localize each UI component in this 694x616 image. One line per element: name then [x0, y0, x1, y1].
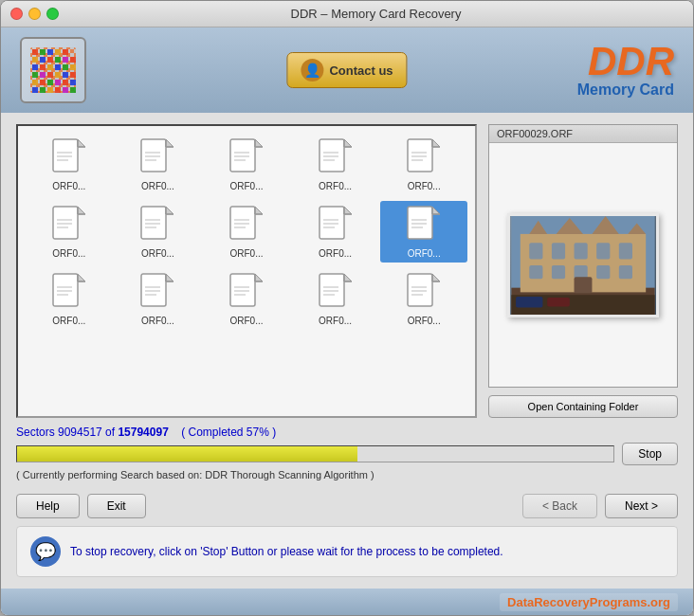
file-item[interactable]: ORF0... [380, 201, 467, 263]
file-icon [228, 205, 265, 246]
svg-rect-53 [230, 139, 255, 172]
svg-rect-74 [53, 207, 78, 239]
file-icon [139, 272, 175, 314]
file-icon [318, 137, 354, 179]
file-grid-container[interactable]: ORF0... ORF0... [16, 124, 477, 418]
file-item[interactable]: ORF0... [380, 268, 467, 330]
svg-marker-40 [78, 139, 85, 147]
contact-icon: 👤 [301, 59, 323, 82]
file-label: ORF0... [229, 248, 263, 259]
completed-text: ( Completed 57% ) [181, 426, 276, 439]
main-window: DDR – Memory Card Recovery [0, 0, 694, 616]
close-button[interactable] [10, 8, 23, 20]
file-item[interactable]: ORF0... [380, 134, 467, 195]
svg-rect-6 [47, 49, 53, 55]
svg-rect-13 [63, 57, 68, 63]
stop-button[interactable]: Stop [622, 443, 678, 465]
window-title: DDR – Memory Card Recovery [68, 7, 684, 21]
file-item[interactable]: ORF0... [203, 268, 290, 330]
svg-rect-8 [63, 49, 68, 55]
svg-rect-95 [320, 207, 344, 239]
svg-rect-46 [141, 139, 166, 172]
file-item[interactable]: ORF0... [292, 201, 379, 263]
file-item[interactable]: ORF0... [203, 134, 290, 195]
contact-label: Contact us [329, 63, 393, 78]
file-icon [228, 137, 265, 179]
file-item[interactable]: ORF0... [115, 268, 202, 330]
footer-brand: DataRecoveryPrograms.org [500, 593, 678, 611]
svg-marker-68 [432, 139, 440, 147]
svg-marker-82 [166, 207, 174, 214]
svg-rect-21 [32, 72, 38, 78]
preview-image-area [489, 143, 677, 387]
logo-icon [28, 45, 78, 95]
svg-rect-161 [575, 277, 593, 293]
file-item[interactable]: ORF0... [26, 268, 113, 330]
file-item[interactable]: ORF0... [26, 201, 113, 263]
file-icon [139, 205, 175, 246]
content-row: ORF0... ORF0... [16, 124, 678, 418]
svg-rect-102 [408, 207, 432, 239]
svg-rect-15 [32, 64, 38, 70]
svg-rect-60 [320, 139, 344, 172]
svg-rect-33 [32, 87, 38, 93]
brand-area: DDR Memory Card [577, 42, 674, 99]
traffic-lights [10, 8, 59, 20]
file-label: ORF0... [52, 248, 85, 259]
bottom-buttons: Help Exit < Back Next > [16, 494, 678, 518]
file-item[interactable]: ORF0... [115, 201, 202, 263]
exit-button[interactable]: Exit [87, 494, 146, 518]
preview-panel: ORF00029.ORF [488, 124, 678, 418]
file-label: ORF0... [319, 316, 352, 326]
svg-marker-47 [166, 139, 174, 147]
sectors-text: Sectors 9094517 of 15794097 ( Completed … [16, 426, 678, 439]
svg-marker-124 [255, 274, 263, 281]
help-button[interactable]: Help [16, 494, 80, 518]
file-label: ORF0... [229, 316, 263, 326]
file-label: ORF0... [408, 248, 441, 259]
svg-marker-89 [255, 207, 263, 214]
svg-rect-163 [516, 297, 542, 307]
file-grid: ORF0... ORF0... [26, 134, 467, 330]
svg-rect-156 [529, 265, 542, 279]
svg-rect-155 [619, 243, 632, 259]
file-icon [228, 272, 265, 314]
svg-rect-16 [40, 64, 46, 70]
file-item[interactable]: ORF0... [26, 134, 113, 195]
svg-rect-10 [40, 57, 46, 63]
svg-rect-137 [408, 274, 432, 306]
file-label: ORF0... [408, 181, 441, 191]
svg-rect-109 [53, 274, 78, 306]
svg-marker-96 [344, 207, 352, 214]
svg-rect-27 [32, 80, 38, 85]
svg-rect-17 [47, 64, 53, 70]
preview-title: ORF00029.ORF [489, 125, 677, 143]
file-item[interactable]: ORF0... [292, 134, 379, 195]
next-button[interactable]: Next > [605, 494, 678, 518]
file-item[interactable]: ORF0... [292, 268, 379, 330]
svg-rect-5 [40, 49, 46, 55]
svg-rect-158 [575, 265, 588, 279]
svg-rect-31 [63, 80, 68, 85]
contact-button[interactable]: 👤 Contact us [286, 52, 407, 88]
file-item[interactable]: ORF0... [203, 201, 290, 263]
maximize-button[interactable] [46, 8, 59, 20]
footer: DataRecoveryPrograms.org [1, 589, 693, 615]
svg-rect-25 [63, 72, 68, 78]
file-item[interactable]: ORF0... [115, 134, 202, 195]
svg-rect-152 [552, 243, 565, 259]
svg-rect-20 [70, 64, 76, 70]
svg-marker-103 [432, 207, 440, 214]
svg-rect-160 [619, 265, 632, 279]
file-icon [51, 205, 87, 246]
back-button[interactable]: < Back [522, 494, 597, 518]
svg-rect-164 [547, 298, 570, 306]
open-containing-folder-button[interactable]: Open Containing Folder [488, 395, 678, 418]
progress-area: Sectors 9094517 of 15794097 ( Completed … [16, 426, 678, 486]
svg-rect-157 [552, 265, 565, 279]
minimize-button[interactable] [28, 8, 41, 20]
svg-rect-22 [40, 72, 46, 78]
svg-rect-34 [40, 87, 46, 93]
file-icon [406, 137, 442, 179]
svg-rect-67 [408, 139, 432, 172]
